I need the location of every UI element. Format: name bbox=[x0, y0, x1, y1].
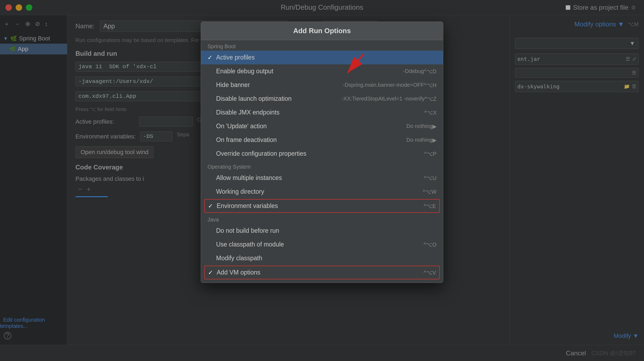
enable-debug-shortcut: ^⌥D bbox=[424, 68, 437, 75]
popup-item-active-profiles[interactable]: ✓ Active profiles bbox=[201, 51, 443, 64]
popup-item-working-dir[interactable]: Working directory ^⌥W bbox=[201, 185, 443, 199]
popup-body: Spring Boot ✓ Active profiles Enable deb… bbox=[201, 40, 443, 283]
env-vars-check: ✓ bbox=[208, 203, 213, 210]
active-profiles-label-popup: Active profiles bbox=[216, 54, 437, 61]
popup-item-no-build[interactable]: Do not build before run bbox=[201, 224, 443, 238]
add-vm-check: ✓ bbox=[208, 269, 213, 276]
use-classpath-label: Use classpath of module bbox=[216, 241, 424, 248]
override-config-label: Override configuration properties bbox=[216, 150, 424, 157]
hide-banner-shortcut: ^⌥H bbox=[424, 82, 437, 88]
popup-header: Add Run Options bbox=[201, 22, 443, 40]
override-config-shortcut: ^⌥P bbox=[424, 151, 437, 157]
popup-item-modify-classpath[interactable]: Modify classpath bbox=[201, 251, 443, 265]
allow-multiple-shortcut: ^⌥U bbox=[424, 175, 437, 181]
add-vm-label: Add VM options bbox=[217, 269, 424, 276]
on-update-arg: Do nothing bbox=[406, 123, 432, 129]
popup-item-override-config[interactable]: Override configuration properties ^⌥P bbox=[201, 147, 443, 161]
add-vm-shortcut: ^⌥V bbox=[424, 269, 436, 276]
modify-classpath-label: Modify classpath bbox=[216, 255, 437, 262]
env-vars-outlined-container: ✓ Environment variables ^⌥E bbox=[204, 199, 440, 213]
popup-item-enable-debug[interactable]: Enable debug output -Ddebug ^⌥D bbox=[201, 64, 443, 78]
on-frame-arg: Do nothing bbox=[406, 137, 432, 143]
popup-dialog: Add Run Options Spring Boot ✓ Active pro… bbox=[201, 22, 443, 283]
popup-overlay[interactable]: Add Run Options Spring Boot ✓ Active pro… bbox=[0, 0, 644, 361]
disable-jmx-shortcut: ^⌥X bbox=[424, 109, 437, 116]
disable-jmx-label: Disable JMX endpoints bbox=[216, 109, 424, 116]
working-dir-label: Working directory bbox=[216, 188, 423, 195]
env-vars-label-popup: Environment variables bbox=[217, 202, 424, 210]
hide-banner-arg: -Dspring.main.banner-mode=OFF bbox=[343, 82, 424, 88]
disable-launch-arg: -XX:TieredStopAtLevel=1 -noverify bbox=[342, 96, 425, 102]
popup-item-env-vars[interactable]: ✓ Environment variables ^⌥E bbox=[205, 200, 439, 212]
popup-title: Add Run Options bbox=[293, 27, 351, 35]
disable-launch-shortcut: ^⌥Z bbox=[424, 96, 437, 102]
active-profiles-check: ✓ bbox=[207, 54, 213, 61]
on-frame-arrow: ▶ bbox=[432, 137, 437, 143]
allow-multiple-label: Allow multiple instances bbox=[216, 174, 424, 182]
hide-banner-label: Hide banner bbox=[216, 81, 341, 89]
enable-debug-arg: -Ddebug bbox=[403, 68, 424, 74]
enable-debug-label: Enable debug output bbox=[216, 68, 401, 75]
java-section-header: Java bbox=[201, 213, 443, 224]
popup-item-allow-multiple[interactable]: Allow multiple instances ^⌥U bbox=[201, 171, 443, 185]
vm-options-outlined-container: ✓ Add VM options ^⌥V bbox=[204, 266, 440, 279]
spring-boot-section-header: Spring Boot bbox=[201, 40, 443, 51]
popup-item-disable-jmx[interactable]: Disable JMX endpoints ^⌥X bbox=[201, 106, 443, 119]
use-classpath-shortcut: ^⌥O bbox=[424, 241, 437, 248]
os-section-header: Operating System bbox=[201, 161, 443, 171]
env-vars-shortcut: ^⌥E bbox=[424, 203, 436, 209]
popup-item-add-vm-options[interactable]: ✓ Add VM options ^⌥V bbox=[205, 266, 439, 279]
popup-item-program-args[interactable]: Program arguments ^⌥R bbox=[201, 280, 443, 283]
on-update-arrow: ▶ bbox=[432, 123, 437, 130]
popup-item-on-update[interactable]: On 'Update' action Do nothing ▶ bbox=[201, 119, 443, 133]
popup-item-disable-launch[interactable]: Disable launch optimization -XX:TieredSt… bbox=[201, 92, 443, 106]
on-frame-label: On frame deactivation bbox=[216, 136, 404, 144]
on-update-label: On 'Update' action bbox=[216, 123, 404, 130]
working-dir-shortcut: ^⌥W bbox=[423, 189, 437, 195]
popup-item-on-frame[interactable]: On frame deactivation Do nothing ▶ bbox=[201, 133, 443, 147]
popup-item-use-classpath[interactable]: Use classpath of module ^⌥O bbox=[201, 238, 443, 251]
no-build-label: Do not build before run bbox=[216, 227, 437, 234]
disable-launch-label: Disable launch optimization bbox=[216, 95, 340, 102]
popup-item-hide-banner[interactable]: Hide banner -Dspring.main.banner-mode=OF… bbox=[201, 78, 443, 92]
